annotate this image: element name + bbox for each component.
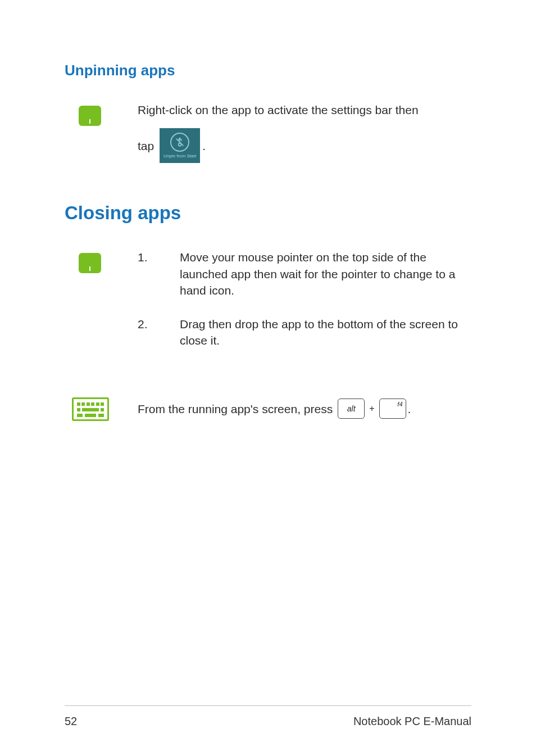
- step-number: 2.: [138, 316, 180, 349]
- keycap-f4-label: f4: [397, 400, 402, 409]
- keyboard-prefix: From the running app's screen, press: [138, 401, 333, 417]
- keycap-f4: f4: [379, 399, 406, 419]
- list-item: 1. Move your mouse pointer on the top si…: [138, 249, 471, 298]
- keyboard-icon: [72, 397, 109, 421]
- heading-closing-apps: Closing apps: [65, 202, 471, 224]
- plus-sign: +: [369, 402, 374, 415]
- unpin-from-start-tile: Unpin from Start: [160, 128, 200, 163]
- unpin-block: Right-click on the app to activate the s…: [65, 102, 471, 163]
- svg-point-0: [179, 143, 181, 146]
- closing-keyboard-block: From the running app's screen, press alt…: [65, 396, 471, 421]
- page-footer: 52 Notebook PC E-Manual: [65, 705, 471, 728]
- keyboard-instruction: From the running app's screen, press alt…: [138, 399, 471, 419]
- unpin-line2: tap Unpin from Start .: [138, 128, 471, 163]
- page-content: Unpinning apps Right-click on the app to…: [0, 0, 536, 421]
- page-number: 52: [65, 715, 77, 728]
- period: .: [202, 138, 206, 154]
- step-number: 1.: [138, 249, 180, 298]
- step-text: Drag then drop the app to the bottom of …: [180, 316, 471, 349]
- touchpad-icon: [79, 106, 101, 126]
- heading-unpinning-apps: Unpinning apps: [65, 62, 471, 79]
- unpin-line1: Right-click on the app to activate the s…: [138, 102, 471, 118]
- keycap-alt: alt: [338, 399, 365, 419]
- step-text: Move your mouse pointer on the top side …: [180, 249, 471, 298]
- period: .: [408, 401, 411, 417]
- closing-touchpad-block: 1. Move your mouse pointer on the top si…: [65, 249, 471, 365]
- icon-column: [65, 102, 138, 126]
- unpin-icon: [170, 133, 189, 152]
- list-item: 2. Drag then drop the app to the bottom …: [138, 316, 471, 349]
- doc-title: Notebook PC E-Manual: [353, 715, 471, 728]
- unpin-tile-label: Unpin from Start: [163, 153, 196, 159]
- icon-column: [65, 396, 138, 421]
- tap-word: tap: [138, 138, 154, 154]
- unpin-content: Right-click on the app to activate the s…: [138, 102, 471, 163]
- touchpad-icon: [79, 253, 101, 273]
- icon-column: [65, 249, 138, 273]
- closing-steps: 1. Move your mouse pointer on the top si…: [138, 249, 471, 365]
